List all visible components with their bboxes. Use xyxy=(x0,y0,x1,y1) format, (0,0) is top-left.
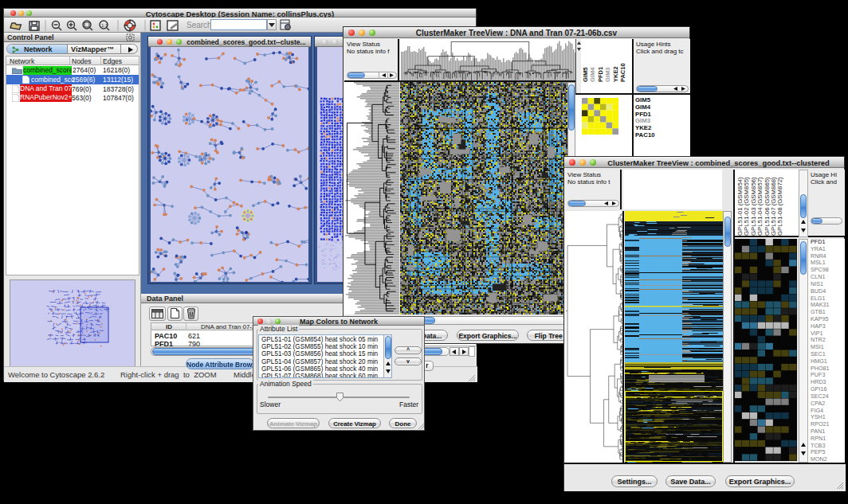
svg-text:1:1: 1:1 xyxy=(101,23,108,28)
